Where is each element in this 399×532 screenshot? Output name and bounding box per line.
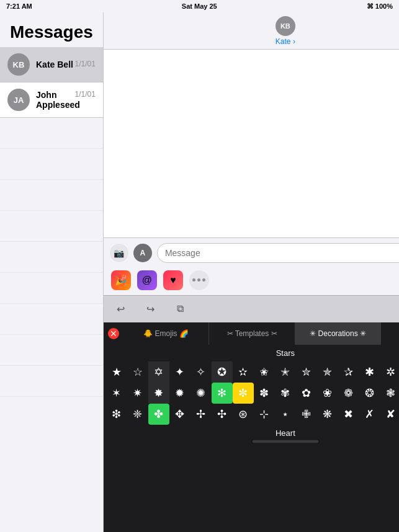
star-35[interactable]: ❇: [106, 404, 127, 425]
avatar-kate: KB: [7, 53, 30, 76]
app-row: 🎉 @ ♥: [104, 268, 399, 295]
messages-title: Messages: [10, 22, 93, 42]
sidebar: Messages KB 1/1/01 Kate Bell JA 1/1/01 J…: [0, 12, 104, 532]
empty-row: [0, 273, 103, 304]
star-48[interactable]: ✘: [380, 404, 399, 425]
star-44[interactable]: ✙: [296, 404, 317, 425]
status-right: ⌘ 100%: [367, 2, 393, 11]
empty-row: [0, 366, 103, 397]
wifi-icon: ⌘: [367, 2, 375, 10]
undo-button[interactable]: ↩: [111, 299, 131, 319]
clipboard-button[interactable]: ⧉: [171, 299, 191, 319]
star-24[interactable]: ✼: [233, 383, 254, 404]
star-30[interactable]: ❂: [359, 383, 380, 404]
empty-row: [0, 118, 103, 149]
tab-fonts[interactable]: 𝓢𝓽𝔂𝔩𝔢𝔡 Fonts: [381, 322, 399, 345]
star-27[interactable]: ✿: [296, 383, 317, 404]
star-43[interactable]: ⋆: [275, 404, 296, 425]
input-area: 📷 A 🎤 🎉 @ ♥: [104, 237, 399, 295]
decorations-panel: Stars ★ ☆ ✡ ✦ ✧ ✪ ✫ ✬ ✭ ✮ ✯ ✰ ✱ ✲ ✳ ✴ ✵: [104, 345, 399, 533]
star-20[interactable]: ✸: [148, 383, 169, 404]
tab-decorations-label: ✳ Decorations ✳: [310, 329, 366, 338]
camera-button[interactable]: 📷: [110, 244, 128, 262]
scroll-indicator: [253, 440, 318, 443]
star-42[interactable]: ⊹: [254, 404, 275, 425]
star-5[interactable]: ✧: [191, 361, 212, 383]
sidebar-header: Messages: [0, 12, 103, 47]
conversation-item-kate[interactable]: KB 1/1/01 Kate Bell: [0, 47, 103, 82]
star-38[interactable]: ✥: [169, 404, 191, 425]
empty-rows: [0, 118, 103, 397]
tab-templates[interactable]: ✂ Templates ✂: [209, 322, 295, 345]
imessage-app-icon[interactable]: @: [137, 270, 157, 290]
star-10[interactable]: ✮: [296, 361, 317, 383]
star-3[interactable]: ✡: [148, 361, 169, 383]
tab-close-button[interactable]: ✕: [104, 322, 123, 345]
star-36[interactable]: ❈: [127, 404, 148, 425]
conv-date-john: 1/1/01: [75, 90, 96, 99]
tab-emojis-label: 🐥 Emojis 🌈: [143, 329, 189, 338]
message-input[interactable]: [157, 243, 399, 263]
empty-row: [0, 335, 103, 366]
app-container: Messages KB 1/1/01 Kate Bell JA 1/1/01 J…: [0, 12, 399, 532]
empty-row: [0, 211, 103, 242]
star-39[interactable]: ✢: [191, 404, 212, 425]
star-46[interactable]: ✖: [338, 404, 359, 425]
star-23[interactable]: ✻: [212, 383, 233, 404]
conversation-item-john[interactable]: JA 1/1/01 John Appleseed: [0, 82, 103, 118]
conversation-list: KB 1/1/01 Kate Bell JA 1/1/01 John Apple…: [0, 47, 103, 532]
star-1[interactable]: ★: [106, 361, 127, 383]
star-41[interactable]: ⊛: [233, 404, 254, 425]
conv-info-john: 1/1/01 John Appleseed: [36, 90, 96, 110]
chat-avatar: KB: [276, 16, 295, 36]
battery-status: 100%: [375, 2, 393, 10]
empty-row: [0, 242, 103, 273]
star-28[interactable]: ❀: [317, 383, 338, 404]
star-19[interactable]: ✷: [127, 383, 148, 404]
status-date: Sat May 25: [182, 2, 217, 10]
heart-section-label: Heart: [104, 426, 399, 439]
redo-button[interactable]: ↪: [141, 299, 161, 319]
drawing-button[interactable]: A: [133, 244, 152, 262]
keyboard-toolbar: ↩ ↪ ⧉: [104, 295, 399, 322]
empty-row: [0, 180, 103, 211]
tab-emojis[interactable]: 🐥 Emojis 🌈: [123, 322, 210, 345]
tab-decorations[interactable]: ✳ Decorations ✳: [295, 322, 382, 345]
star-4[interactable]: ✦: [169, 361, 191, 383]
stars-section-label: Stars: [104, 345, 399, 360]
star-18[interactable]: ✶: [106, 383, 127, 404]
heart-app-icon[interactable]: ♥: [163, 270, 183, 290]
tab-bar: ✕ 🐥 Emojis 🌈 ✂ Templates ✂ ✳ Decorations…: [104, 322, 399, 345]
star-31[interactable]: ❃: [380, 383, 399, 404]
star-26[interactable]: ✾: [275, 383, 296, 404]
emoji-app-icon[interactable]: 🎉: [111, 270, 131, 290]
more-apps-button[interactable]: [189, 270, 209, 290]
star-7[interactable]: ✫: [233, 361, 254, 383]
star-2[interactable]: ☆: [127, 361, 148, 383]
tab-templates-label: ✂ Templates ✂: [227, 329, 277, 338]
star-14[interactable]: ✲: [380, 361, 399, 383]
chat-contact-name[interactable]: Kate ›: [276, 37, 295, 46]
conv-date-kate: 1/1/01: [75, 60, 96, 68]
star-12[interactable]: ✰: [338, 361, 359, 383]
star-22[interactable]: ✺: [191, 383, 212, 404]
stars-grid: ★ ☆ ✡ ✦ ✧ ✪ ✫ ✬ ✭ ✮ ✯ ✰ ✱ ✲ ✳ ✴ ✵ ✶ ✷ ✸: [104, 360, 399, 426]
star-40[interactable]: ✣: [212, 404, 233, 425]
star-13[interactable]: ✱: [359, 361, 380, 383]
message-input-row: 📷 A 🎤: [104, 238, 399, 268]
star-9[interactable]: ✭: [275, 361, 296, 383]
empty-row: [0, 304, 103, 335]
star-6[interactable]: ✪: [212, 361, 233, 383]
chat-messages: [104, 50, 399, 237]
star-11[interactable]: ✯: [317, 361, 338, 383]
star-25[interactable]: ✽: [254, 383, 275, 404]
status-bar: 7:21 AM Sat May 25 ⌘ 100%: [0, 0, 399, 12]
status-time: 7:21 AM: [6, 2, 32, 10]
star-47[interactable]: ✗: [359, 404, 380, 425]
star-29[interactable]: ❁: [338, 383, 359, 404]
star-21[interactable]: ✹: [169, 383, 191, 404]
star-45[interactable]: ❋: [317, 404, 338, 425]
star-37[interactable]: ✤: [148, 404, 169, 425]
star-8[interactable]: ✬: [254, 361, 275, 383]
conv-info-kate: 1/1/01 Kate Bell: [36, 60, 96, 69]
